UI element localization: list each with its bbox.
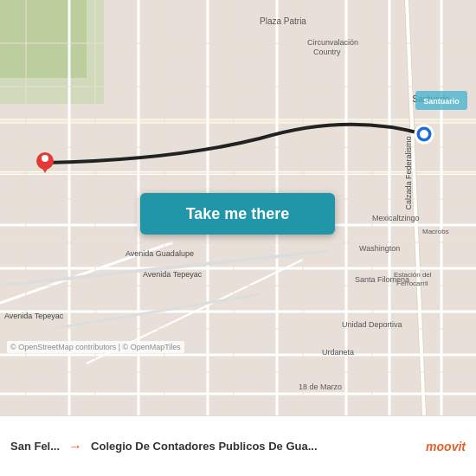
svg-text:Macrobs: Macrobs [422, 228, 449, 235]
svg-text:Avenida Tepeyac: Avenida Tepeyac [143, 270, 203, 279]
svg-point-61 [42, 155, 48, 162]
svg-text:Ferrocarril: Ferrocarril [396, 280, 428, 287]
svg-text:Mexicaltzingo: Mexicaltzingo [372, 214, 420, 222]
svg-text:Circunvalación: Circunvalación [307, 38, 358, 47]
svg-text:Santuario: Santuario [423, 97, 460, 106]
svg-text:Plaza Patria: Plaza Patria [260, 16, 306, 26]
copyright-notice: © OpenStreetMap contributors | © OpenMap… [7, 341, 184, 353]
svg-text:18 de Marzo: 18 de Marzo [299, 383, 342, 391]
svg-point-58 [420, 130, 428, 138]
svg-text:Unidad Deportiva: Unidad Deportiva [342, 320, 402, 329]
svg-text:Estación del: Estación del [394, 271, 432, 279]
svg-rect-1 [0, 0, 87, 78]
svg-text:Avenida Guadalupe: Avenida Guadalupe [125, 249, 194, 258]
svg-text:Calzada Federalismo: Calzada Federalismo [404, 136, 413, 209]
svg-text:Washington: Washington [359, 244, 400, 253]
moovit-brand-logo: moovit [426, 439, 466, 454]
bottom-bar: San Fel... → Colegio De Contadores Publi… [0, 415, 476, 476]
direction-arrow-icon: → [68, 439, 82, 454]
to-label: Colegio De Contadores Publicos De Gua... [91, 440, 417, 453]
map-container: Plaza Patria Circunvalación Country Sant… [0, 0, 476, 415]
svg-text:Avenida Tepeyac: Avenida Tepeyac [4, 312, 64, 320]
svg-text:Country: Country [313, 48, 341, 56]
take-me-there-button[interactable]: Take me there [140, 193, 335, 235]
from-label: San Fel... [10, 440, 60, 453]
svg-text:Urdaneta: Urdaneta [322, 348, 354, 357]
